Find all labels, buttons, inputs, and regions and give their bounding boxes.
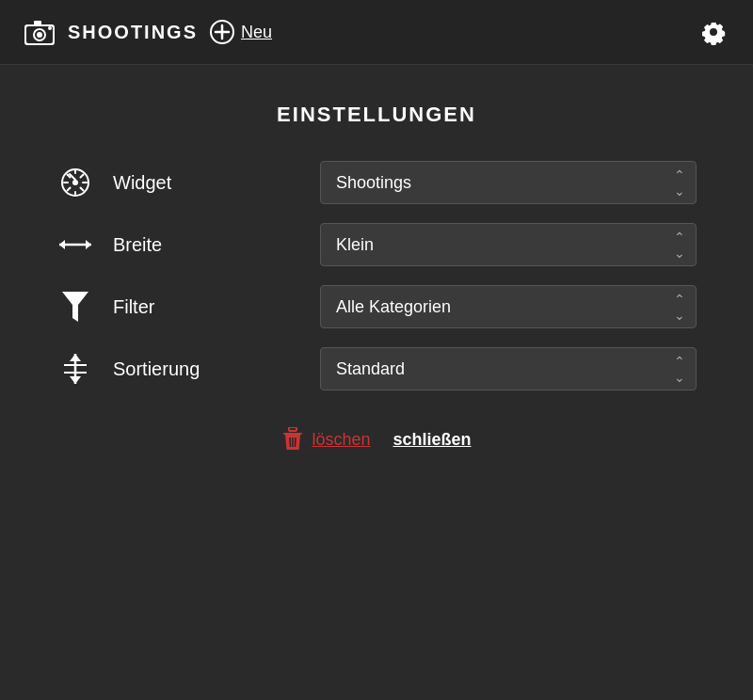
- filter-select-container: Alle Kategorien Hochzeit Portrait Event …: [320, 285, 697, 328]
- gear-icon[interactable]: [697, 15, 730, 49]
- svg-rect-29: [283, 433, 302, 435]
- sortierung-row: Sortierung Standard Datum Name Kategorie…: [56, 347, 697, 390]
- header-left: SHOOTINGS Neu: [23, 15, 697, 49]
- filter-label: Filter: [113, 296, 301, 318]
- svg-marker-25: [70, 354, 81, 361]
- breite-label: Breite: [113, 234, 301, 256]
- breite-row: Breite Klein Mittel Groß ⌃ ⌄: [56, 223, 697, 266]
- delete-button[interactable]: löschen: [281, 428, 370, 451]
- svg-rect-30: [289, 427, 296, 431]
- header-title: SHOOTINGS: [68, 22, 198, 43]
- close-label: schließen: [393, 430, 472, 449]
- svg-line-31: [290, 438, 291, 447]
- add-label: Neu: [241, 23, 272, 42]
- svg-marker-26: [70, 376, 81, 384]
- close-button[interactable]: schließen: [393, 430, 472, 450]
- add-button[interactable]: Neu: [209, 19, 272, 45]
- breite-select-container: Klein Mittel Groß ⌃ ⌄: [320, 223, 697, 266]
- header: SHOOTINGS Neu: [0, 0, 753, 65]
- svg-line-18: [81, 188, 84, 191]
- filter-icon: [56, 292, 94, 322]
- section-title: EINSTELLUNGEN: [56, 103, 697, 127]
- delete-label: löschen: [312, 430, 370, 450]
- camera-icon: [23, 15, 56, 49]
- breite-select[interactable]: Klein Mittel Groß: [320, 223, 697, 266]
- svg-marker-22: [86, 240, 91, 249]
- trash-icon: [281, 428, 304, 451]
- widget-row: Widget Shootings Kalender Aufgaben ⌃ ⌄: [56, 161, 697, 204]
- sortierung-select[interactable]: Standard Datum Name Kategorie: [320, 347, 697, 390]
- plus-icon: [209, 19, 235, 45]
- filter-row: Filter Alle Kategorien Hochzeit Portrait…: [56, 285, 697, 328]
- svg-line-33: [296, 438, 296, 447]
- widget-label: Widget: [113, 172, 301, 194]
- bottom-actions: löschen schließen: [56, 428, 697, 451]
- svg-marker-23: [62, 292, 88, 322]
- sort-icon: [56, 354, 94, 384]
- widget-select[interactable]: Shootings Kalender Aufgaben: [320, 161, 697, 204]
- resize-icon: [56, 236, 94, 253]
- svg-point-3: [37, 32, 42, 38]
- svg-line-15: [81, 175, 84, 178]
- dashboard-icon: [56, 167, 94, 198]
- widget-select-container: Shootings Kalender Aufgaben ⌃ ⌄: [320, 161, 697, 204]
- svg-line-17: [68, 188, 71, 191]
- svg-marker-21: [59, 240, 65, 249]
- sortierung-label: Sortierung: [113, 358, 301, 380]
- svg-rect-4: [34, 21, 41, 25]
- sortierung-select-container: Standard Datum Name Kategorie ⌃ ⌄: [320, 347, 697, 390]
- filter-select[interactable]: Alle Kategorien Hochzeit Portrait Event: [320, 285, 697, 328]
- app-container: SHOOTINGS Neu EINSTELLUNGEN: [0, 0, 753, 700]
- svg-point-5: [48, 26, 52, 30]
- settings-panel: EINSTELLUNGEN Widget: [0, 65, 753, 488]
